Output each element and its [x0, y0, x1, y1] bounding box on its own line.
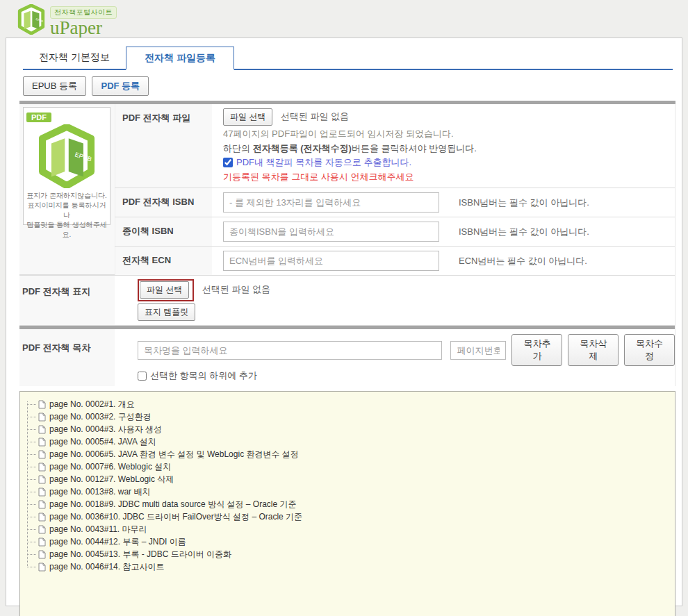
toc-tree-item[interactable]: page No. 0046#14. 참고사이트: [27, 560, 675, 573]
toc-item-label: page No. 0002#1. 개요: [49, 399, 135, 410]
format-button-row: EPUB 등록 PDF 등록: [23, 76, 682, 96]
toc-page-number-input[interactable]: [450, 341, 506, 360]
document-icon: [38, 563, 46, 572]
document-icon: [38, 500, 46, 509]
epub-book-icon: EPUB: [35, 124, 99, 188]
toc-name-input[interactable]: [138, 341, 442, 360]
toc-item-label: page No. 0007#6. Weblogic 설치: [49, 461, 171, 473]
cover-file-select-button[interactable]: 파일 선택: [140, 281, 189, 299]
pdf-cover-label: PDF 전자책 표지: [19, 276, 115, 325]
toc-item-label: page No. 0046#14. 참고사이트: [49, 561, 164, 573]
document-icon: [38, 425, 46, 434]
pdf-register-button[interactable]: PDF 등록: [92, 76, 149, 96]
highlight-box: 파일 선택: [138, 279, 194, 301]
tree-branch: [27, 404, 36, 405]
toc-tree-item[interactable]: page No. 0036#10. JDBC 드라이버 FailOver방식 설…: [27, 510, 675, 523]
document-icon: [38, 538, 46, 547]
pdf-file-select-button[interactable]: 파일 선택: [223, 108, 272, 126]
pdf-format-badge: PDF: [26, 113, 51, 122]
paper-isbn-input[interactable]: [223, 222, 439, 242]
toc-tree-item[interactable]: page No. 0013#8. war 배치: [27, 485, 675, 498]
toc-tree-item[interactable]: page No. 0003#2. 구성환경: [27, 410, 675, 423]
ecn-input[interactable]: [223, 251, 439, 271]
document-icon: [38, 550, 46, 559]
tree-branch: [27, 517, 36, 517]
tree-branch: [27, 554, 36, 555]
document-icon: [38, 450, 46, 459]
upload-info-line2: 하단의 전자책등록 (전자책수정)버튼을 클릭하셔야 반영됩니다.: [223, 142, 675, 155]
toc-add-button[interactable]: 목차추가: [511, 334, 562, 366]
toc-delete-button[interactable]: 목차삭제: [568, 334, 619, 366]
toc-tree-item[interactable]: page No. 0007#6. Weblogic 설치: [27, 460, 675, 473]
document-icon: [38, 488, 46, 497]
document-icon: [38, 525, 46, 534]
tree-branch: [27, 504, 36, 505]
tree-branch: [27, 442, 36, 442]
document-icon: [38, 413, 46, 422]
toc-tree-item[interactable]: page No. 0006#5. JAVA 환경 변수 설정 및 WebLogi…: [27, 448, 675, 460]
cover-preview-panel: PDF EPUB 표지가 존재하지않습니다. 표지이미지를 등록하시거나 템플릿…: [23, 107, 110, 225]
toc-item-label: page No. 0018#9. JDBC multi data source …: [49, 499, 296, 510]
document-icon: [38, 475, 46, 484]
pdf-form: PDF EPUB 표지가 존재하지않습니다. 표지이미지를 등록하시거나 템플릿…: [19, 104, 675, 386]
cover-caption: 표지가 존재하지않습니다. 표지이미지를 등록하시거나 템플릿을 통해 생성해주…: [26, 191, 107, 240]
pdf-toc-label: PDF 전자책 목차: [19, 329, 115, 386]
toc-item-label: page No. 0013#8. war 배치: [49, 486, 150, 498]
tree-branch: [27, 567, 36, 567]
ecn-note: ECN넘버는 필수 값이 아닙니다.: [459, 255, 587, 267]
toc-item-label: page No. 0044#12. 부록 – JNDI 이름: [49, 536, 186, 548]
pdf-isbn-input[interactable]: [223, 192, 439, 213]
toc-edit-button[interactable]: 목차수정: [624, 334, 675, 366]
auto-toc-checkbox[interactable]: [223, 158, 233, 167]
toc-tree-item[interactable]: page No. 0012#7. WebLogic 삭제: [27, 473, 675, 485]
tree-branch: [27, 429, 36, 430]
toc-tree-item[interactable]: page No. 0045#13. 부록 - JDBC 드라이버 이중화: [27, 548, 675, 560]
toc-item-label: page No. 0004#3. 사용자 생성: [49, 424, 162, 435]
toc-tree-item[interactable]: page No. 0002#1. 개요: [27, 398, 675, 410]
tree-branch: [27, 492, 36, 492]
site-name: uPaper: [50, 19, 102, 37]
toc-item-label: page No. 0005#4. JAVA 설치: [49, 436, 156, 448]
tree-branch: [27, 479, 36, 480]
document-icon: [38, 438, 46, 447]
cover-file-status: 선택된 파일 없음: [202, 284, 270, 294]
ecn-label: 전자책 ECN: [115, 247, 212, 275]
main-panel: 전자책 기본정보 전자책 파일등록 EPUB 등록 PDF 등록 PDF EPU…: [6, 38, 682, 606]
auto-toc-label: PDF내 책갈피 목차를 자동으로 추출합니다.: [236, 156, 411, 169]
tree-branch: [27, 467, 36, 467]
toc-tree-panel: page No. 0002#1. 개요page No. 0003#2. 구성환경…: [19, 391, 675, 616]
document-icon: [38, 400, 46, 409]
toc-item-label: page No. 0003#2. 구성환경: [49, 411, 151, 423]
toc-item-label: page No. 0012#7. WebLogic 삭제: [49, 474, 174, 485]
epub-register-button[interactable]: EPUB 등록: [23, 76, 86, 96]
paper-isbn-note: ISBN넘버는 필수 값이 아닙니다.: [459, 226, 589, 238]
pdf-isbn-note: ISBN넘버는 필수 값이 아닙니다.: [459, 197, 589, 209]
cover-template-button[interactable]: 표지 템플릿: [138, 303, 195, 321]
cover-preview-cell: PDF EPUB 표지가 존재하지않습니다. 표지이미지를 등록하시거나 템플릿…: [19, 104, 115, 275]
toc-tree-item[interactable]: page No. 0004#3. 사용자 생성: [27, 423, 675, 435]
toc-item-label: page No. 0043#11. 마무리: [49, 524, 147, 535]
tab-basic-info[interactable]: 전자책 기본정보: [23, 47, 126, 69]
upaper-book-icon: EPUB: [15, 4, 47, 35]
tab-bar: 전자책 기본정보 전자책 파일등록: [23, 47, 673, 70]
toc-tree-item[interactable]: page No. 0043#11. 마무리: [27, 523, 675, 535]
pdf-file-label: PDF 전자책 파일: [115, 104, 212, 188]
tree-branch: [27, 454, 36, 455]
site-logo[interactable]: EPUB 전자책포털사이트 uPaper: [0, 0, 688, 38]
tab-file-register[interactable]: 전자책 파일등록: [126, 47, 234, 70]
toc-tree-item[interactable]: page No. 0044#12. 부록 – JNDI 이름: [27, 535, 675, 548]
tree-branch: [27, 417, 36, 417]
toc-tree-item[interactable]: page No. 0005#4. JAVA 설치: [27, 435, 675, 448]
document-icon: [38, 513, 46, 522]
paper-isbn-label: 종이책 ISBN: [115, 217, 212, 246]
tree-branch: [27, 529, 36, 530]
toc-tree-item[interactable]: page No. 0018#9. JDBC multi data source …: [27, 498, 675, 510]
toc-item-label: page No. 0006#5. JAVA 환경 변수 설정 및 WebLogi…: [49, 449, 299, 460]
add-as-child-label: 선택한 항목의 하위에 추가: [150, 369, 257, 382]
toc-tree-list: page No. 0002#1. 개요page No. 0003#2. 구성환경…: [20, 392, 675, 573]
toc-warning-text: 기등록된 목차를 그대로 사용시 언체크해주세요: [223, 171, 675, 183]
add-as-child-checkbox[interactable]: [138, 372, 147, 381]
upload-info-line1: 47페이지의 PDF파일이 업로드되어 임시저장 되었습니다.: [223, 128, 675, 140]
tree-branch: [27, 542, 36, 542]
toc-item-label: page No. 0045#13. 부록 - JDBC 드라이버 이중화: [49, 549, 231, 560]
